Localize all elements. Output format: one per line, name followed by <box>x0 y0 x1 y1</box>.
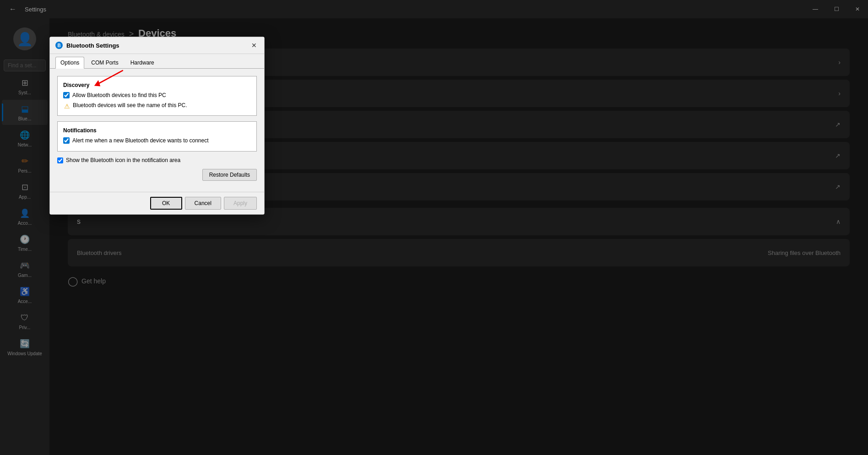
allow-discovery-row: Allow Bluetooth devices to find this PC <box>63 92 251 98</box>
tab-com-ports[interactable]: COM Ports <box>86 57 123 68</box>
dialog-tabs: Options COM Ports Hardware <box>50 54 264 69</box>
tab-options[interactable]: Options <box>55 57 84 69</box>
ok-button[interactable]: OK <box>150 197 182 210</box>
alert-checkbox-row: Alert me when a new Bluetooth device wan… <box>63 137 251 144</box>
restore-defaults-area: Restore Defaults <box>57 169 257 181</box>
tab-hardware[interactable]: Hardware <box>125 57 159 68</box>
dialog-title-left: B Bluetooth Settings <box>55 42 119 49</box>
dialog-title-bar: B Bluetooth Settings ✕ <box>50 37 264 54</box>
warning-text: Bluetooth devices will see the name of t… <box>73 102 187 108</box>
apply-button[interactable]: Apply <box>224 197 257 210</box>
dialog-close-button[interactable]: ✕ <box>250 41 259 50</box>
warning-icon: ⚠ <box>64 103 70 110</box>
allow-bluetooth-checkbox[interactable] <box>63 92 70 98</box>
alert-bluetooth-label: Alert me when a new Bluetooth device wan… <box>72 137 209 144</box>
warning-row: ⚠ Bluetooth devices will see the name of… <box>63 102 251 110</box>
bluetooth-settings-dialog: B Bluetooth Settings ✕ Options COM Ports… <box>49 37 265 215</box>
allow-bluetooth-label: Allow Bluetooth devices to find this PC <box>72 92 166 98</box>
alert-bluetooth-checkbox[interactable] <box>63 137 70 144</box>
dialog-footer: OK Cancel Apply <box>50 192 264 214</box>
dialog-content: Discovery Allow Bluetooth devices to fin… <box>50 69 264 192</box>
dialog-title: Bluetooth Settings <box>66 42 119 49</box>
discovery-title: Discovery <box>63 82 251 88</box>
bluetooth-dialog-icon: B <box>55 42 63 49</box>
cancel-button[interactable]: Cancel <box>185 197 221 210</box>
discovery-section: Discovery Allow Bluetooth devices to fin… <box>57 76 257 116</box>
notifications-title: Notifications <box>63 127 251 134</box>
restore-defaults-button[interactable]: Restore Defaults <box>202 169 257 181</box>
show-bt-icon-row: Show the Bluetooth icon in the notificat… <box>57 157 257 163</box>
show-bt-icon-checkbox[interactable] <box>57 157 63 163</box>
show-bt-icon-label: Show the Bluetooth icon in the notificat… <box>66 157 180 163</box>
notifications-section: Notifications Alert me when a new Blueto… <box>57 121 257 152</box>
